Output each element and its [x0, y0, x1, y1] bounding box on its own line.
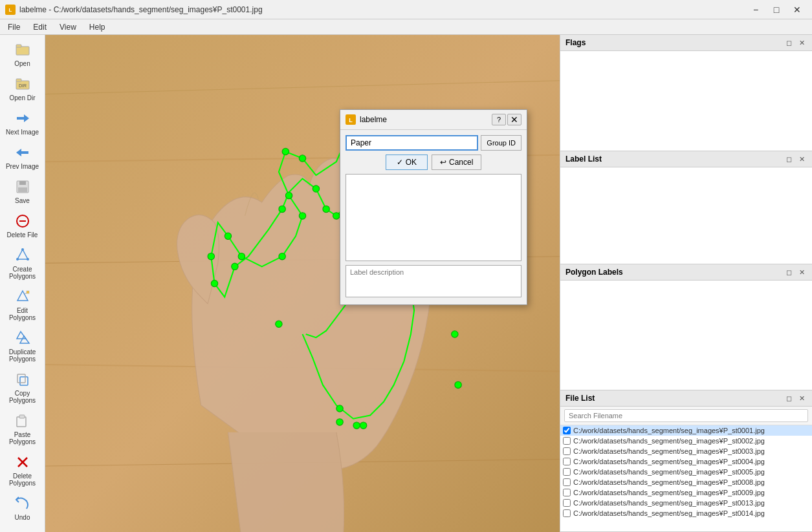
edit-polygons-label: Edit Polygons [6, 307, 39, 321]
svg-point-19 [16, 258, 19, 261]
dialog-title-text: labelme [360, 115, 387, 124]
file-name-label: C:/work/datasets/hands_segment/seg_image… [573, 509, 765, 517]
file-list-close-button[interactable]: ✕ [796, 393, 807, 403]
duplicate-polygons-label: Duplicate Polygons [6, 348, 39, 363]
svg-point-18 [27, 258, 29, 261]
file-name-label: C:/work/datasets/hands_segment/seg_image… [573, 489, 765, 496]
flags-header: Flags ◻ ✕ [560, 35, 812, 51]
file-name-label: C:/work/datasets/hands_segment/seg_image… [573, 468, 765, 476]
group-id-button[interactable]: Group ID [481, 135, 521, 151]
cancel-button[interactable]: ↩ Cancel [432, 154, 481, 170]
undo-icon [14, 495, 32, 513]
label-list-close-button[interactable]: ✕ [796, 154, 807, 164]
paste-polygons-label: Paste Polygons [6, 431, 39, 445]
label-list-restore-button[interactable]: ◻ [784, 154, 794, 164]
open-label: Open [14, 60, 30, 67]
close-button[interactable]: ✕ [787, 3, 807, 17]
file-name-label: C:/work/datasets/hands_segment/seg_image… [573, 478, 765, 486]
svg-rect-22 [27, 291, 29, 293]
file-list-item[interactable]: C:/work/datasets/hands_segment/seg_image… [560, 467, 812, 477]
next-image-button[interactable]: Next Image [4, 106, 41, 139]
svg-marker-8 [24, 114, 29, 122]
menu-view[interactable]: View [54, 21, 82, 33]
duplicate-polygons-button[interactable]: Duplicate Polygons [4, 326, 41, 366]
polygon-labels-restore-button[interactable]: ◻ [784, 267, 794, 277]
file-list-item[interactable]: C:/work/datasets/hands_segment/seg_image… [560, 436, 812, 446]
edit-poly-icon [14, 288, 32, 306]
file-checkbox[interactable] [563, 437, 571, 445]
file-checkbox[interactable] [563, 468, 571, 476]
menu-edit[interactable]: Edit [28, 21, 52, 33]
label-input[interactable] [346, 135, 478, 151]
prev-image-button[interactable]: Prev Image [4, 140, 41, 173]
file-name-label: C:/work/datasets/hands_segment/seg_image… [573, 427, 765, 434]
file-checkbox[interactable] [563, 509, 571, 517]
maximize-button[interactable]: □ [767, 3, 786, 17]
dialog-close-button[interactable]: ✕ [507, 114, 521, 125]
file-checkbox[interactable] [563, 427, 571, 434]
label-description-input[interactable] [346, 265, 521, 297]
title-bar-controls[interactable]: − □ ✕ [746, 3, 807, 17]
file-list-item[interactable]: C:/work/datasets/hands_segment/seg_image… [560, 498, 812, 508]
flags-controls[interactable]: ◻ ✕ [784, 37, 807, 48]
flags-close-button[interactable]: ✕ [796, 37, 807, 48]
dialog-help-button[interactable]: ? [492, 114, 506, 125]
undo-label: Undo [15, 514, 30, 521]
minimize-button[interactable]: − [746, 3, 765, 17]
undo-button[interactable]: Undo [4, 491, 41, 524]
ok-button[interactable]: ✓ OK [386, 154, 428, 170]
svg-text:DIR: DIR [18, 83, 26, 88]
dialog-title-controls[interactable]: ? ✕ [492, 114, 521, 125]
next-image-label: Next Image [6, 129, 39, 136]
label-list-controls[interactable]: ◻ ✕ [784, 154, 807, 164]
file-list-restore-button[interactable]: ◻ [784, 393, 794, 403]
polygon-labels-controls[interactable]: ◻ ✕ [784, 267, 807, 277]
file-checkbox[interactable] [563, 478, 571, 486]
polygon-labels-section: Polygon Labels ◻ ✕ [560, 264, 812, 390]
file-list-item[interactable]: C:/work/datasets/hands_segment/seg_image… [560, 425, 812, 436]
file-checkbox[interactable] [563, 499, 571, 507]
svg-marker-10 [16, 149, 21, 156]
polygon-labels-header: Polygon Labels ◻ ✕ [560, 264, 812, 281]
paste-poly-icon [14, 412, 32, 430]
edit-polygons-button[interactable]: Edit Polygons [4, 284, 41, 325]
duplicate-poly-icon [14, 329, 32, 347]
canvas-area[interactable]: L labelme ? ✕ Group ID [45, 35, 560, 532]
svg-rect-5 [16, 79, 21, 81]
save-button[interactable]: Save [4, 175, 41, 207]
delete-file-button[interactable]: Delete File [4, 209, 41, 242]
polygon-labels-close-button[interactable]: ✕ [796, 267, 807, 277]
file-list-item[interactable]: C:/work/datasets/hands_segment/seg_image… [560, 477, 812, 487]
file-name-label: C:/work/datasets/hands_segment/seg_image… [573, 447, 765, 455]
dialog-list-box[interactable] [346, 174, 521, 261]
file-list-item[interactable]: C:/work/datasets/hands_segment/seg_image… [560, 446, 812, 456]
menu-file[interactable]: File [3, 21, 25, 33]
polygon-labels-title: Polygon Labels [565, 268, 623, 277]
menu-help[interactable]: Help [84, 21, 111, 33]
svg-text:L: L [9, 7, 12, 13]
svg-text:L: L [349, 117, 353, 123]
file-checkbox[interactable] [563, 458, 571, 465]
svg-rect-28 [19, 415, 25, 418]
copy-polygons-label: Copy Polygons [6, 390, 39, 404]
flags-restore-button[interactable]: ◻ [784, 37, 794, 48]
label-list-title: Label List [565, 154, 602, 164]
file-checkbox[interactable] [563, 489, 571, 496]
open-button[interactable]: Open [4, 37, 41, 70]
copy-poly-icon [14, 370, 32, 388]
file-list-item[interactable]: C:/work/datasets/hands_segment/seg_image… [560, 456, 812, 467]
file-list-controls[interactable]: ◻ ✕ [784, 393, 807, 403]
dialog-title-left: L labelme [346, 114, 387, 125]
create-polygons-button[interactable]: Create Polygons [4, 243, 41, 283]
file-list-content: C:/work/datasets/hands_segment/seg_image… [560, 425, 812, 531]
copy-polygons-button[interactable]: Copy Polygons [4, 367, 41, 407]
delete-polygons-button[interactable]: Delete Polygons [4, 450, 41, 490]
label-dialog: L labelme ? ✕ Group ID [340, 109, 527, 305]
paste-polygons-button[interactable]: Paste Polygons [4, 409, 41, 449]
file-checkbox[interactable] [563, 447, 571, 455]
open-dir-button[interactable]: DIR Open Dir [4, 72, 41, 105]
file-search-input[interactable] [564, 409, 808, 422]
file-list-item[interactable]: C:/work/datasets/hands_segment/seg_image… [560, 487, 812, 498]
file-search-box [560, 407, 812, 425]
file-list-item[interactable]: C:/work/datasets/hands_segment/seg_image… [560, 508, 812, 518]
